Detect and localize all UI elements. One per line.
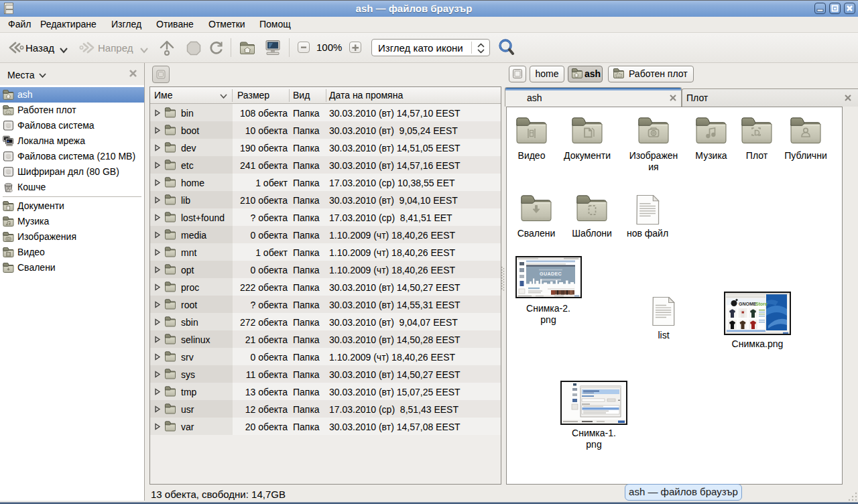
svg-text:Store: Store: [755, 302, 768, 306]
svg-text:GNOME: GNOME: [739, 302, 757, 306]
svg-text:GUADEC: GUADEC: [540, 271, 562, 277]
